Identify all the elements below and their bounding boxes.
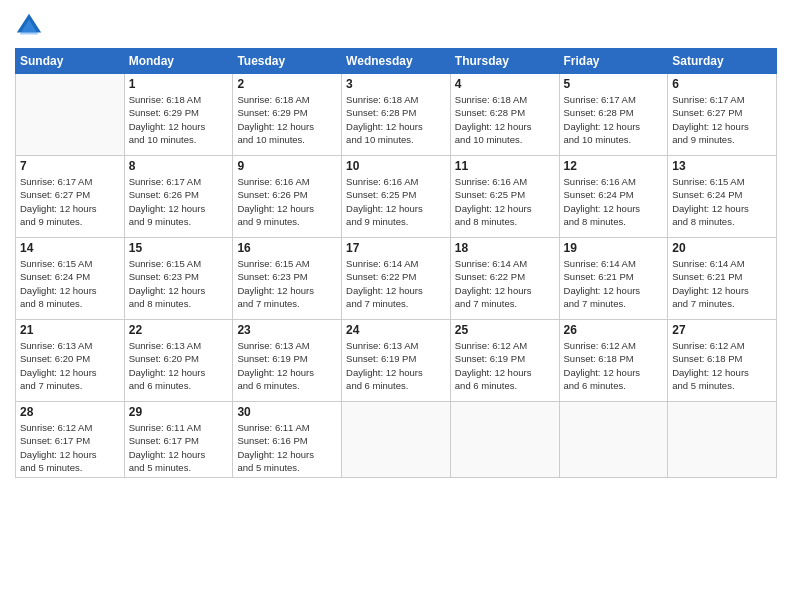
day-number: 17 [346,241,446,255]
week-row-3: 14Sunrise: 6:15 AMSunset: 6:24 PMDayligh… [16,238,777,320]
day-number: 11 [455,159,555,173]
calendar-cell: 12Sunrise: 6:16 AMSunset: 6:24 PMDayligh… [559,156,668,238]
day-info: Sunrise: 6:13 AMSunset: 6:19 PMDaylight:… [237,339,337,392]
calendar-cell: 17Sunrise: 6:14 AMSunset: 6:22 PMDayligh… [342,238,451,320]
calendar-cell: 11Sunrise: 6:16 AMSunset: 6:25 PMDayligh… [450,156,559,238]
day-number: 7 [20,159,120,173]
calendar-cell: 7Sunrise: 6:17 AMSunset: 6:27 PMDaylight… [16,156,125,238]
calendar-cell: 25Sunrise: 6:12 AMSunset: 6:19 PMDayligh… [450,320,559,402]
day-info: Sunrise: 6:11 AMSunset: 6:17 PMDaylight:… [129,421,229,474]
calendar-cell: 13Sunrise: 6:15 AMSunset: 6:24 PMDayligh… [668,156,777,238]
calendar-cell [342,402,451,478]
weekday-header-friday: Friday [559,49,668,74]
day-number: 26 [564,323,664,337]
day-number: 6 [672,77,772,91]
day-number: 15 [129,241,229,255]
day-number: 29 [129,405,229,419]
day-number: 8 [129,159,229,173]
day-info: Sunrise: 6:14 AMSunset: 6:21 PMDaylight:… [672,257,772,310]
day-info: Sunrise: 6:12 AMSunset: 6:17 PMDaylight:… [20,421,120,474]
day-info: Sunrise: 6:16 AMSunset: 6:24 PMDaylight:… [564,175,664,228]
calendar-cell: 29Sunrise: 6:11 AMSunset: 6:17 PMDayligh… [124,402,233,478]
day-number: 12 [564,159,664,173]
day-info: Sunrise: 6:17 AMSunset: 6:28 PMDaylight:… [564,93,664,146]
weekday-header-monday: Monday [124,49,233,74]
day-info: Sunrise: 6:15 AMSunset: 6:24 PMDaylight:… [672,175,772,228]
weekday-header-wednesday: Wednesday [342,49,451,74]
calendar-cell: 9Sunrise: 6:16 AMSunset: 6:26 PMDaylight… [233,156,342,238]
day-info: Sunrise: 6:15 AMSunset: 6:23 PMDaylight:… [129,257,229,310]
day-info: Sunrise: 6:18 AMSunset: 6:29 PMDaylight:… [129,93,229,146]
calendar-cell: 1Sunrise: 6:18 AMSunset: 6:29 PMDaylight… [124,74,233,156]
day-info: Sunrise: 6:15 AMSunset: 6:24 PMDaylight:… [20,257,120,310]
day-info: Sunrise: 6:16 AMSunset: 6:25 PMDaylight:… [346,175,446,228]
day-number: 5 [564,77,664,91]
weekday-header-row: SundayMondayTuesdayWednesdayThursdayFrid… [16,49,777,74]
weekday-header-thursday: Thursday [450,49,559,74]
calendar-cell: 10Sunrise: 6:16 AMSunset: 6:25 PMDayligh… [342,156,451,238]
calendar-cell: 27Sunrise: 6:12 AMSunset: 6:18 PMDayligh… [668,320,777,402]
calendar-cell [16,74,125,156]
calendar-cell: 14Sunrise: 6:15 AMSunset: 6:24 PMDayligh… [16,238,125,320]
day-number: 30 [237,405,337,419]
day-number: 9 [237,159,337,173]
day-number: 25 [455,323,555,337]
day-number: 21 [20,323,120,337]
calendar-cell: 5Sunrise: 6:17 AMSunset: 6:28 PMDaylight… [559,74,668,156]
calendar-cell: 3Sunrise: 6:18 AMSunset: 6:28 PMDaylight… [342,74,451,156]
day-info: Sunrise: 6:18 AMSunset: 6:28 PMDaylight:… [346,93,446,146]
day-number: 20 [672,241,772,255]
calendar-cell: 30Sunrise: 6:11 AMSunset: 6:16 PMDayligh… [233,402,342,478]
day-info: Sunrise: 6:13 AMSunset: 6:19 PMDaylight:… [346,339,446,392]
day-number: 16 [237,241,337,255]
calendar-cell: 18Sunrise: 6:14 AMSunset: 6:22 PMDayligh… [450,238,559,320]
day-number: 22 [129,323,229,337]
calendar-cell: 28Sunrise: 6:12 AMSunset: 6:17 PMDayligh… [16,402,125,478]
weekday-header-sunday: Sunday [16,49,125,74]
logo [15,14,45,40]
day-number: 23 [237,323,337,337]
calendar-cell: 8Sunrise: 6:17 AMSunset: 6:26 PMDaylight… [124,156,233,238]
day-number: 28 [20,405,120,419]
week-row-5: 28Sunrise: 6:12 AMSunset: 6:17 PMDayligh… [16,402,777,478]
day-number: 13 [672,159,772,173]
day-info: Sunrise: 6:15 AMSunset: 6:23 PMDaylight:… [237,257,337,310]
calendar-cell: 2Sunrise: 6:18 AMSunset: 6:29 PMDaylight… [233,74,342,156]
calendar-cell: 21Sunrise: 6:13 AMSunset: 6:20 PMDayligh… [16,320,125,402]
calendar-cell: 22Sunrise: 6:13 AMSunset: 6:20 PMDayligh… [124,320,233,402]
day-number: 14 [20,241,120,255]
day-number: 1 [129,77,229,91]
day-info: Sunrise: 6:18 AMSunset: 6:28 PMDaylight:… [455,93,555,146]
day-number: 2 [237,77,337,91]
day-info: Sunrise: 6:11 AMSunset: 6:16 PMDaylight:… [237,421,337,474]
calendar-cell: 4Sunrise: 6:18 AMSunset: 6:28 PMDaylight… [450,74,559,156]
calendar-cell: 26Sunrise: 6:12 AMSunset: 6:18 PMDayligh… [559,320,668,402]
calendar-cell: 6Sunrise: 6:17 AMSunset: 6:27 PMDaylight… [668,74,777,156]
calendar-cell [559,402,668,478]
day-number: 3 [346,77,446,91]
day-info: Sunrise: 6:17 AMSunset: 6:26 PMDaylight:… [129,175,229,228]
day-info: Sunrise: 6:12 AMSunset: 6:18 PMDaylight:… [564,339,664,392]
day-info: Sunrise: 6:14 AMSunset: 6:21 PMDaylight:… [564,257,664,310]
day-number: 4 [455,77,555,91]
calendar-cell: 20Sunrise: 6:14 AMSunset: 6:21 PMDayligh… [668,238,777,320]
logo-icon [15,12,43,40]
page: SundayMondayTuesdayWednesdayThursdayFrid… [0,0,792,612]
day-info: Sunrise: 6:16 AMSunset: 6:26 PMDaylight:… [237,175,337,228]
weekday-header-saturday: Saturday [668,49,777,74]
calendar-cell [668,402,777,478]
week-row-4: 21Sunrise: 6:13 AMSunset: 6:20 PMDayligh… [16,320,777,402]
day-number: 10 [346,159,446,173]
day-info: Sunrise: 6:17 AMSunset: 6:27 PMDaylight:… [20,175,120,228]
day-number: 27 [672,323,772,337]
weekday-header-tuesday: Tuesday [233,49,342,74]
day-info: Sunrise: 6:16 AMSunset: 6:25 PMDaylight:… [455,175,555,228]
day-info: Sunrise: 6:13 AMSunset: 6:20 PMDaylight:… [20,339,120,392]
week-row-1: 1Sunrise: 6:18 AMSunset: 6:29 PMDaylight… [16,74,777,156]
day-info: Sunrise: 6:13 AMSunset: 6:20 PMDaylight:… [129,339,229,392]
day-info: Sunrise: 6:14 AMSunset: 6:22 PMDaylight:… [455,257,555,310]
calendar-cell [450,402,559,478]
calendar-cell: 24Sunrise: 6:13 AMSunset: 6:19 PMDayligh… [342,320,451,402]
day-info: Sunrise: 6:17 AMSunset: 6:27 PMDaylight:… [672,93,772,146]
calendar-table: SundayMondayTuesdayWednesdayThursdayFrid… [15,48,777,478]
